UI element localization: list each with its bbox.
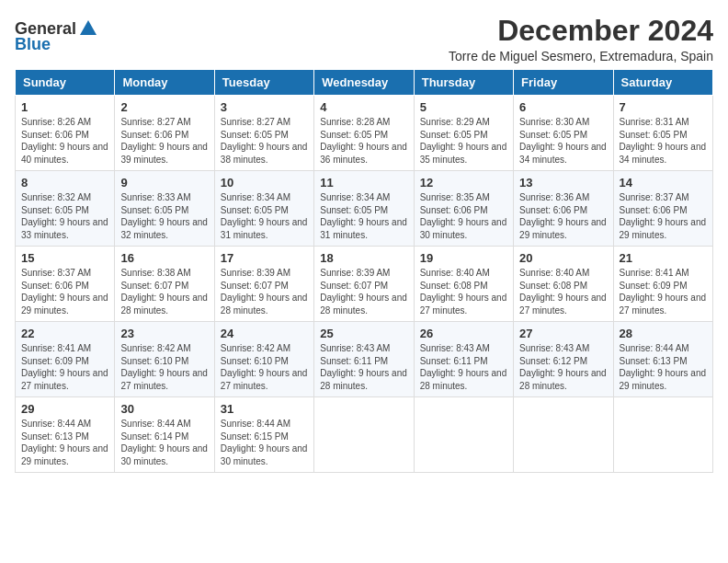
column-header-wednesday: Wednesday <box>314 70 414 96</box>
cell-details: Sunrise: 8:43 AMSunset: 6:11 PMDaylight:… <box>420 342 507 392</box>
day-number: 11 <box>320 176 407 190</box>
calendar-cell: 7Sunrise: 8:31 AMSunset: 6:05 PMDaylight… <box>613 96 712 171</box>
calendar-cell: 13Sunrise: 8:36 AMSunset: 6:06 PMDayligh… <box>514 171 613 247</box>
calendar-cell: 10Sunrise: 8:34 AMSunset: 6:05 PMDayligh… <box>214 171 313 247</box>
day-number: 3 <box>221 100 308 114</box>
cell-details: Sunrise: 8:32 AMSunset: 6:05 PMDaylight:… <box>21 191 108 241</box>
cell-details: Sunrise: 8:35 AMSunset: 6:06 PMDaylight:… <box>420 191 507 241</box>
calendar-cell: 12Sunrise: 8:35 AMSunset: 6:06 PMDayligh… <box>414 171 513 247</box>
calendar-cell: 26Sunrise: 8:43 AMSunset: 6:11 PMDayligh… <box>414 322 513 397</box>
calendar-cell: 22Sunrise: 8:41 AMSunset: 6:09 PMDayligh… <box>16 322 115 397</box>
calendar-cell: 23Sunrise: 8:42 AMSunset: 6:10 PMDayligh… <box>115 322 214 397</box>
cell-details: Sunrise: 8:42 AMSunset: 6:10 PMDaylight:… <box>120 342 208 392</box>
day-number: 12 <box>420 176 507 190</box>
cell-details: Sunrise: 8:37 AMSunset: 6:06 PMDaylight:… <box>21 267 108 316</box>
column-header-saturday: Saturday <box>613 70 712 96</box>
day-number: 28 <box>620 327 707 340</box>
calendar-cell: 31Sunrise: 8:44 AMSunset: 6:15 PMDayligh… <box>214 397 313 473</box>
cell-details: Sunrise: 8:26 AMSunset: 6:06 PMDaylight:… <box>21 116 108 166</box>
calendar-cell: 15Sunrise: 8:37 AMSunset: 6:06 PMDayligh… <box>16 247 115 322</box>
month-title: December 2024 <box>449 15 713 47</box>
calendar-week-row: 8Sunrise: 8:32 AMSunset: 6:05 PMDaylight… <box>16 171 713 247</box>
column-header-sunday: Sunday <box>16 70 115 96</box>
column-header-monday: Monday <box>115 70 214 96</box>
cell-details: Sunrise: 8:39 AMSunset: 6:07 PMDaylight:… <box>320 267 407 316</box>
day-number: 10 <box>221 176 308 190</box>
cell-details: Sunrise: 8:30 AMSunset: 6:05 PMDaylight:… <box>519 116 607 166</box>
cell-details: Sunrise: 8:38 AMSunset: 6:07 PMDaylight:… <box>120 267 208 316</box>
cell-details: Sunrise: 8:34 AMSunset: 6:05 PMDaylight:… <box>320 191 407 241</box>
day-number: 18 <box>320 251 407 265</box>
day-number: 20 <box>519 251 607 265</box>
cell-details: Sunrise: 8:37 AMSunset: 6:06 PMDaylight:… <box>620 191 707 241</box>
page-header: General Blue December 2024 Torre de Migu… <box>15 15 713 63</box>
calendar-cell: 27Sunrise: 8:43 AMSunset: 6:12 PMDayligh… <box>514 322 613 397</box>
day-number: 17 <box>221 251 308 265</box>
day-number: 4 <box>320 100 407 114</box>
day-number: 6 <box>519 100 607 114</box>
calendar-cell: 18Sunrise: 8:39 AMSunset: 6:07 PMDayligh… <box>314 247 414 322</box>
day-number: 7 <box>620 100 707 114</box>
day-number: 25 <box>320 327 407 340</box>
day-number: 1 <box>21 100 108 114</box>
calendar-week-row: 1Sunrise: 8:26 AMSunset: 6:06 PMDaylight… <box>16 96 713 171</box>
day-number: 24 <box>221 327 308 340</box>
cell-details: Sunrise: 8:41 AMSunset: 6:09 PMDaylight:… <box>21 342 108 392</box>
day-number: 30 <box>120 402 208 416</box>
day-number: 14 <box>620 176 707 190</box>
cell-details: Sunrise: 8:42 AMSunset: 6:10 PMDaylight:… <box>221 342 308 392</box>
calendar-cell: 5Sunrise: 8:29 AMSunset: 6:05 PMDaylight… <box>414 96 513 171</box>
day-number: 31 <box>221 402 308 416</box>
cell-details: Sunrise: 8:40 AMSunset: 6:08 PMDaylight:… <box>420 267 507 316</box>
logo-blue-text: Blue <box>15 35 51 54</box>
calendar-cell: 17Sunrise: 8:39 AMSunset: 6:07 PMDayligh… <box>214 247 313 322</box>
day-number: 16 <box>120 251 208 265</box>
cell-details: Sunrise: 8:41 AMSunset: 6:09 PMDaylight:… <box>620 267 707 316</box>
calendar-cell <box>314 397 414 473</box>
cell-details: Sunrise: 8:44 AMSunset: 6:13 PMDaylight:… <box>620 342 707 392</box>
calendar-cell: 24Sunrise: 8:42 AMSunset: 6:10 PMDayligh… <box>214 322 313 397</box>
calendar-cell: 14Sunrise: 8:37 AMSunset: 6:06 PMDayligh… <box>613 171 712 247</box>
calendar-table: SundayMondayTuesdayWednesdayThursdayFrid… <box>15 69 713 473</box>
cell-details: Sunrise: 8:34 AMSunset: 6:05 PMDaylight:… <box>221 191 308 241</box>
calendar-cell: 9Sunrise: 8:33 AMSunset: 6:05 PMDaylight… <box>115 171 214 247</box>
column-header-friday: Friday <box>514 70 613 96</box>
cell-details: Sunrise: 8:43 AMSunset: 6:12 PMDaylight:… <box>519 342 607 392</box>
calendar-cell: 6Sunrise: 8:30 AMSunset: 6:05 PMDaylight… <box>514 96 613 171</box>
day-number: 26 <box>420 327 507 340</box>
day-number: 23 <box>120 327 208 340</box>
calendar-cell <box>414 397 513 473</box>
cell-details: Sunrise: 8:44 AMSunset: 6:14 PMDaylight:… <box>120 418 208 467</box>
cell-details: Sunrise: 8:31 AMSunset: 6:05 PMDaylight:… <box>620 116 707 166</box>
day-number: 19 <box>420 251 507 265</box>
calendar-cell: 19Sunrise: 8:40 AMSunset: 6:08 PMDayligh… <box>414 247 513 322</box>
calendar-cell: 28Sunrise: 8:44 AMSunset: 6:13 PMDayligh… <box>613 322 712 397</box>
day-number: 13 <box>519 176 607 190</box>
column-header-tuesday: Tuesday <box>214 70 313 96</box>
cell-details: Sunrise: 8:44 AMSunset: 6:13 PMDaylight:… <box>21 418 108 467</box>
cell-details: Sunrise: 8:36 AMSunset: 6:06 PMDaylight:… <box>519 191 607 241</box>
cell-details: Sunrise: 8:40 AMSunset: 6:08 PMDaylight:… <box>519 267 607 316</box>
day-number: 22 <box>21 327 108 340</box>
calendar-week-row: 15Sunrise: 8:37 AMSunset: 6:06 PMDayligh… <box>16 247 713 322</box>
cell-details: Sunrise: 8:28 AMSunset: 6:05 PMDaylight:… <box>320 116 407 166</box>
cell-details: Sunrise: 8:39 AMSunset: 6:07 PMDaylight:… <box>221 267 308 316</box>
logo: General Blue <box>15 18 98 54</box>
calendar-cell <box>514 397 613 473</box>
day-number: 29 <box>21 402 108 416</box>
day-number: 2 <box>120 100 208 114</box>
cell-details: Sunrise: 8:27 AMSunset: 6:05 PMDaylight:… <box>221 116 308 166</box>
column-header-thursday: Thursday <box>414 70 513 96</box>
calendar-cell: 20Sunrise: 8:40 AMSunset: 6:08 PMDayligh… <box>514 247 613 322</box>
day-number: 9 <box>120 176 208 190</box>
calendar-cell: 16Sunrise: 8:38 AMSunset: 6:07 PMDayligh… <box>115 247 214 322</box>
cell-details: Sunrise: 8:29 AMSunset: 6:05 PMDaylight:… <box>420 116 507 166</box>
calendar-cell: 4Sunrise: 8:28 AMSunset: 6:05 PMDaylight… <box>314 96 414 171</box>
calendar-week-row: 29Sunrise: 8:44 AMSunset: 6:13 PMDayligh… <box>16 397 713 473</box>
calendar-cell: 2Sunrise: 8:27 AMSunset: 6:06 PMDaylight… <box>115 96 214 171</box>
calendar-cell: 25Sunrise: 8:43 AMSunset: 6:11 PMDayligh… <box>314 322 414 397</box>
calendar-cell <box>613 397 712 473</box>
day-number: 15 <box>21 251 108 265</box>
location-title: Torre de Miguel Sesmero, Extremadura, Sp… <box>449 49 713 63</box>
calendar-cell: 30Sunrise: 8:44 AMSunset: 6:14 PMDayligh… <box>115 397 214 473</box>
